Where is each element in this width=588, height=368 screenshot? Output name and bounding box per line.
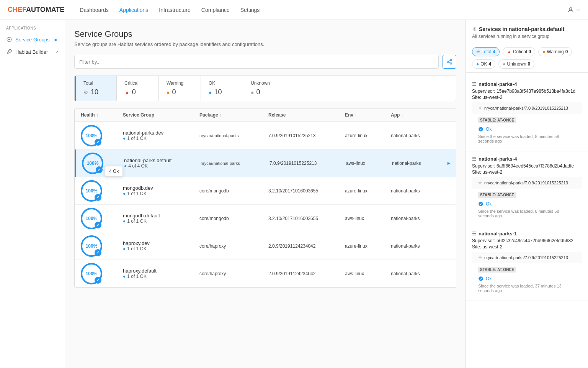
svg-point-9 [479, 276, 483, 281]
svg-point-0 [570, 8, 572, 10]
health-cell: 100% ✓ 4 Ok [82, 153, 124, 174]
ok-circle-icon [478, 127, 483, 132]
sort-package-icon[interactable]: ↕ [220, 113, 222, 117]
health-check-icon: ✓ [95, 194, 101, 201]
panel-title: ✳ Services in national-parks.default [472, 26, 582, 32]
app-cell: national-parks [391, 243, 444, 249]
stat-total[interactable]: Total ⚙ 10 [75, 76, 117, 101]
stable-badge: STABLE: AT-ONCE [478, 267, 516, 273]
stat-warning[interactable]: Warning ● 0 [159, 76, 201, 101]
stat-ok-value: ● 10 [209, 88, 235, 96]
user-menu[interactable] [567, 7, 580, 13]
sg-cell: national-parks.dev ● 1 of 1 OK [123, 130, 199, 141]
ok-dot-icon: ● [123, 274, 126, 279]
external-link-icon: ➚ [56, 50, 59, 54]
col-release: Release [268, 112, 345, 118]
nav-dashboards[interactable]: Dashboards [80, 7, 109, 13]
service-ok-status: Ok [472, 200, 582, 207]
package-icon: ✳ [478, 255, 482, 260]
table-row[interactable]: 100% ✓ 4 Ok national-parks.default ● 4 o… [75, 150, 456, 177]
sidebar-item-service-groups[interactable]: Service Groups ► [0, 33, 65, 46]
health-check-icon: ✓ [95, 277, 101, 284]
service-time: Since the service was loaded, 8 minutes … [472, 133, 582, 146]
svg-point-7 [479, 127, 483, 131]
svg-point-8 [479, 202, 483, 206]
filter-warning[interactable]: ● Warning 0 [538, 47, 572, 56]
health-cell: 100% ✓ [81, 180, 123, 202]
page-subtitle: Service groups are Habitat services orde… [74, 41, 456, 47]
table-row[interactable]: 100% ✓ mongodb.default ● 1 of 1 OK core/… [75, 205, 456, 232]
stat-critical[interactable]: Critical ▲ 0 [117, 76, 159, 101]
nav-compliance[interactable]: Compliance [201, 7, 230, 13]
service-time: Since the service was loaded, 37 minutes… [472, 283, 582, 296]
table-row[interactable]: 100% ✓ haproxy.dev ● 1 of 1 OK core/hapr… [75, 232, 456, 260]
table-row[interactable]: 100% ✓ national-parks.dev ● 1 of 1 OK nr… [75, 122, 456, 150]
health-circle: 100% ✓ [81, 208, 102, 229]
filter-total[interactable]: ✳ Total 4 [472, 47, 500, 56]
sidebar-habitat-builder-label: Habitat Builder [15, 49, 48, 55]
page-title: Service Groups [74, 29, 456, 39]
release-cell: 3.2.10/20171016003655 [268, 216, 345, 221]
total-filter-icon: ✳ [476, 49, 480, 54]
health-cell: 100% ✓ [81, 263, 123, 284]
release-cell: 7.0.9/20191015225213 [268, 133, 345, 138]
panel-filters: ✳ Total 4 ▲ Critical 0 ● Warning 0 ● OK … [466, 43, 588, 73]
ok-icon: ● [209, 89, 212, 95]
filter-input[interactable] [74, 55, 439, 69]
sg-cell: national-parks.default ● 4 of 4 OK [124, 158, 201, 169]
service-name-row: ☰ national-parks-4 [472, 81, 582, 87]
sort-app-icon[interactable]: ↕ [401, 113, 403, 117]
top-nav: CHEFAUTOMATE Dashboards Applications Inf… [0, 0, 588, 20]
svg-point-4 [450, 63, 452, 64]
svg-line-6 [449, 60, 451, 61]
stat-critical-label: Critical [124, 80, 151, 86]
filter-unknown[interactable]: ● Unknown 0 [498, 59, 534, 69]
app-cell: national-parks [391, 188, 444, 194]
package-cell: core/haproxy [199, 271, 268, 276]
env-cell: aws-linux [345, 271, 391, 276]
ok-filter-icon: ● [476, 61, 479, 67]
package-cell: core/mongodb [199, 216, 268, 221]
filter-ok[interactable]: ● OK 4 [472, 59, 495, 69]
nav-infrastructure[interactable]: Infrastructure [159, 7, 190, 13]
col-env: Env ↕ [345, 112, 391, 118]
share-button[interactable] [443, 55, 456, 69]
nav-applications[interactable]: Applications [119, 7, 149, 13]
sort-env-icon[interactable]: ↕ [355, 113, 357, 117]
sidebar-service-groups-label: Service Groups [15, 37, 50, 43]
stats-row: Total ⚙ 10 Critical ▲ 0 Warning ● 0 [74, 76, 456, 101]
release-cell: 2.0.9/20191124234042 [268, 243, 345, 249]
grid-icon [6, 36, 12, 43]
service-site: Site: us-west-2 [472, 169, 582, 175]
ok-circle-icon [478, 201, 483, 207]
chevron-down-icon [576, 8, 580, 12]
table-row[interactable]: 100% ✓ haproxy.default ● 1 of 1 OK core/… [75, 260, 456, 288]
app-cell: national-parks [392, 161, 446, 166]
svg-line-5 [449, 62, 451, 63]
release-cell: 3.2.10/20171016003655 [268, 188, 345, 194]
service-name-row: ☰ national-parks-4 [472, 156, 582, 162]
service-groups-table: Health ↕ Service Group Package ↕ Release… [74, 108, 456, 288]
tooltip: 4 Ok [105, 166, 123, 177]
service-package-row: ✳ nrycar/national-parks/7.0.9/2019101522… [472, 102, 582, 114]
table-header: Health ↕ Service Group Package ↕ Release… [75, 108, 456, 122]
service-supervisor: Supervisor: 15ee7b98a3f5437a985b513ba4fa… [472, 89, 582, 94]
nav-settings[interactable]: Settings [240, 7, 260, 13]
stat-unknown[interactable]: Unknown ● 0 [243, 76, 285, 101]
sidebar-arrow-icon: ► [54, 37, 59, 43]
table-row[interactable]: 100% ✓ mongodb.dev ● 1 of 1 OK core/mong… [75, 177, 456, 205]
stat-ok[interactable]: OK ● 10 [201, 76, 243, 101]
svg-point-3 [447, 61, 449, 62]
stat-warning-value: ● 0 [167, 88, 193, 96]
stat-critical-value: ▲ 0 [124, 88, 151, 96]
service-package-row: ✳ nrycar/national-parks/7.0.9/2019101522… [472, 252, 582, 263]
sidebar-item-habitat-builder[interactable]: Habitat Builder ➚ [0, 46, 65, 58]
warning-filter-icon: ● [542, 49, 545, 54]
service-entry: ☰ national-parks-1 Supervisor: b6f2c32c4… [466, 226, 588, 301]
package-cell: nrycar/national-parks [199, 133, 268, 138]
filter-bar [74, 55, 456, 69]
sort-health-icon[interactable]: ↕ [96, 113, 98, 117]
health-circle: 100% ✓ [82, 153, 103, 174]
filter-critical[interactable]: ▲ Critical 0 [503, 47, 535, 56]
user-icon [567, 7, 574, 13]
